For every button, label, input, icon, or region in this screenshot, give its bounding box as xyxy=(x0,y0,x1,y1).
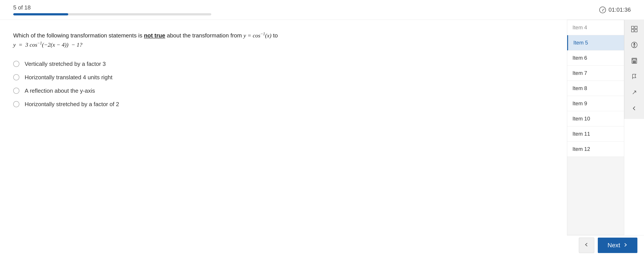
option-item-2: Horizontally translated 4 units right xyxy=(13,74,484,81)
bottom-nav: Next xyxy=(567,235,644,255)
flag-icon xyxy=(631,73,638,82)
svg-rect-1 xyxy=(635,26,637,29)
radio-option-1[interactable] xyxy=(13,61,19,67)
svg-line-9 xyxy=(634,46,635,47)
sidebar-item-item11[interactable]: Item 11 xyxy=(567,126,624,142)
sidebar-item-label-9: Item 9 xyxy=(572,100,587,106)
reference-icon-button[interactable] xyxy=(626,85,642,101)
sidebar-item-label-8: Item 8 xyxy=(572,85,587,91)
next-arrow-icon xyxy=(623,242,628,249)
svg-rect-2 xyxy=(632,30,634,32)
sidebar-item-item7[interactable]: Item 7 xyxy=(567,66,624,81)
timer-label: 01:01:36 xyxy=(608,7,631,13)
timer-section: 01:01:36 xyxy=(599,7,631,13)
svg-rect-11 xyxy=(632,59,636,60)
svg-point-12 xyxy=(633,61,634,62)
accessibility-icon xyxy=(631,42,638,50)
option-label-4: Horizontally stretched by a factor of 2 xyxy=(25,101,119,108)
svg-point-17 xyxy=(635,62,636,63)
sidebar-item-label-10: Item 10 xyxy=(572,116,590,122)
prev-arrow-icon xyxy=(584,242,589,248)
progress-label: 5 of 18 xyxy=(13,4,211,11)
sidebar-item-label-7: Item 7 xyxy=(572,70,587,76)
calculator-icon xyxy=(631,58,638,66)
collapse-sidebar-button[interactable] xyxy=(626,101,642,117)
sidebar-item-label-4: Item 4 xyxy=(572,25,587,30)
next-button-label: Next xyxy=(608,242,620,249)
sidebar-item-item6[interactable]: Item 6 xyxy=(567,51,624,66)
main-content: Which of the following transformation st… xyxy=(0,20,498,255)
radio-option-4[interactable] xyxy=(13,101,19,107)
sidebar-item-item5[interactable]: Item 5 xyxy=(567,35,624,51)
next-button[interactable]: Next xyxy=(598,237,638,253)
svg-point-13 xyxy=(634,61,634,62)
svg-point-16 xyxy=(634,62,634,63)
progress-bar-container xyxy=(13,13,211,16)
option-item-3: A reflection about the y-axis xyxy=(13,87,484,94)
calculator-icon-button[interactable] xyxy=(626,54,642,69)
sidebar: Item 4 Item 5 Item 6 Item 7 Item 8 Item … xyxy=(567,20,624,235)
sidebar-item-item10[interactable]: Item 10 xyxy=(567,111,624,126)
question-text: Which of the following transformation st… xyxy=(13,31,484,50)
option-item-1: Vertically stretched by a factor 3 xyxy=(13,61,484,67)
page-wrapper: 5 of 18 01:01:36 Which of the following … xyxy=(0,0,644,255)
prev-button[interactable] xyxy=(579,237,594,253)
sidebar-item-label-5: Item 5 xyxy=(573,40,588,46)
reference-icon xyxy=(631,89,638,97)
sidebar-item-item4[interactable]: Item 4 xyxy=(567,20,624,35)
grid-icon xyxy=(631,26,638,34)
svg-point-5 xyxy=(634,43,635,44)
option-item-4: Horizontally stretched by a factor of 2 xyxy=(13,101,484,108)
flag-icon-button[interactable] xyxy=(626,70,642,85)
clock-icon xyxy=(599,7,606,13)
sidebar-item-item8[interactable]: Item 8 xyxy=(567,81,624,96)
header: 5 of 18 01:01:36 xyxy=(0,0,644,20)
question-rest: about the transformation from xyxy=(165,32,244,39)
progress-bar-fill xyxy=(13,13,68,16)
option-label-1: Vertically stretched by a factor 3 xyxy=(25,61,106,67)
svg-rect-0 xyxy=(632,26,634,29)
sidebar-item-label-11: Item 11 xyxy=(572,131,590,137)
question-intro: Which of the following transformation st… xyxy=(13,32,144,39)
radio-option-2[interactable] xyxy=(13,74,19,80)
sidebar-item-item9[interactable]: Item 9 xyxy=(567,96,624,111)
formula-from: y = cos−1(x) xyxy=(244,32,272,39)
sidebar-item-label-12: Item 12 xyxy=(572,146,590,152)
option-label-3: A reflection about the y-axis xyxy=(25,87,95,94)
chevron-left-icon xyxy=(632,106,637,113)
radio-option-3[interactable] xyxy=(13,88,19,94)
question-to-line1: to xyxy=(272,32,278,39)
grid-icon-button[interactable] xyxy=(626,22,642,38)
question-emphasis: not true xyxy=(144,32,165,39)
progress-section: 5 of 18 xyxy=(13,4,211,16)
accessibility-icon-button[interactable] xyxy=(626,38,642,53)
svg-rect-3 xyxy=(635,30,637,32)
option-label-2: Horizontally translated 4 units right xyxy=(25,74,112,81)
sidebar-item-item12[interactable]: Item 12 xyxy=(567,142,624,157)
formula-to: y = 3 cos−1(−2(x − 4)) − 1? xyxy=(13,42,82,48)
icon-toolbar xyxy=(624,20,644,119)
sidebar-items: Item 4 Item 5 Item 6 Item 7 Item 8 Item … xyxy=(567,20,624,235)
options-list: Vertically stretched by a factor 3 Horiz… xyxy=(13,61,484,108)
sidebar-item-label-6: Item 6 xyxy=(572,55,587,61)
svg-point-14 xyxy=(635,61,636,62)
svg-point-15 xyxy=(633,62,634,63)
